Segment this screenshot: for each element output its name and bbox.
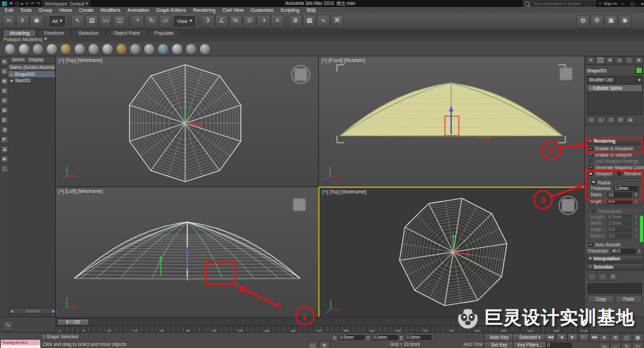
material-editor-icon[interactable]: ◍ bbox=[576, 15, 590, 28]
maxscript-mini-listener[interactable]: Testing for AL2 bbox=[0, 339, 41, 348]
select-rotate-icon[interactable]: ↻ bbox=[145, 15, 158, 28]
select-move-icon[interactable]: + bbox=[131, 15, 144, 28]
stack-item-editable-spline[interactable]: ○ Editable Spline bbox=[588, 85, 642, 91]
zoom-extents-icon[interactable]: ◱ bbox=[621, 333, 632, 342]
vertex-icon[interactable]: ∴ bbox=[588, 273, 597, 280]
select-object-icon[interactable]: ↖ bbox=[71, 15, 84, 28]
remove-modifier-icon[interactable]: ⊘ bbox=[616, 116, 625, 124]
spinner-arrows-icon[interactable]: ▴▾ bbox=[633, 191, 639, 198]
side-toolbar-icon-11[interactable]: ▣ bbox=[1, 155, 8, 163]
primitive-teapot-icon[interactable] bbox=[60, 43, 72, 55]
select-link-icon[interactable]: ∞ bbox=[2, 15, 15, 28]
scrollbar-thumb[interactable] bbox=[26, 310, 40, 313]
offset-mode-icon[interactable]: ⊞ bbox=[319, 341, 330, 348]
window-crossing-icon[interactable]: ◫ bbox=[113, 15, 126, 28]
app-menu-icon[interactable]: ▼ bbox=[9, 1, 13, 6]
z-coordinate-input[interactable]: 0.0mm bbox=[405, 334, 432, 341]
workspace-dropdown[interactable]: Workspace: Default ▾ bbox=[42, 0, 91, 7]
spinner-arrows-icon[interactable]: ▴▾ bbox=[633, 226, 639, 232]
zoom-icon[interactable]: ⊕ bbox=[599, 333, 610, 342]
previous-frame-icon[interactable]: ◀ bbox=[556, 333, 567, 342]
menu-modifiers[interactable]: Modifiers bbox=[97, 8, 123, 13]
menu-animation[interactable]: Animation bbox=[124, 8, 152, 13]
ribbon-tab-modeling[interactable]: Modeling bbox=[3, 29, 36, 36]
angle-spinner[interactable]: 0.0▴▾ bbox=[606, 198, 639, 204]
bind-to-spacewarp-icon[interactable]: ◉ bbox=[30, 15, 43, 28]
side-toolbar-icon-12[interactable]: ▢ bbox=[1, 165, 8, 173]
spinner-arrows-icon[interactable]: ▴▾ bbox=[639, 185, 642, 191]
side-toolbar-icon-10[interactable]: ◪ bbox=[1, 145, 8, 153]
open-file-icon[interactable]: ▸ bbox=[22, 1, 24, 6]
menu-edit[interactable]: Edit bbox=[1, 8, 17, 13]
spinner-arrows-icon[interactable]: ▴▾ bbox=[633, 214, 639, 220]
configure-modifier-sets-icon[interactable]: ⊞ bbox=[626, 116, 635, 124]
viewport-front[interactable]: [+] [Front] [Realistic] bbox=[318, 56, 586, 188]
minimize-button[interactable]: ─ bbox=[619, 1, 627, 6]
undo-icon[interactable]: ↶ bbox=[31, 1, 34, 6]
close-button[interactable]: ✕ bbox=[638, 1, 644, 6]
spline-icon[interactable]: S bbox=[608, 273, 618, 280]
circle-tool-icon[interactable] bbox=[199, 43, 211, 55]
favorites-star-icon[interactable]: ☆ bbox=[598, 1, 602, 6]
unlink-selection-icon[interactable]: ≠ bbox=[16, 15, 29, 28]
side-toolbar-icon-3[interactable]: ▦ bbox=[1, 77, 8, 85]
interpolation-rollout-header[interactable]: +Interpolation bbox=[586, 255, 643, 262]
rectangular-radio[interactable] bbox=[590, 208, 597, 214]
make-unique-icon[interactable]: ≡ bbox=[606, 116, 615, 124]
viewport-top-label[interactable]: [+] [Top] [Wireframe] bbox=[58, 58, 102, 63]
align-icon[interactable]: ≡ bbox=[271, 15, 284, 28]
viewport-radio[interactable] bbox=[588, 171, 594, 177]
panel-scrollbar-thumb[interactable] bbox=[640, 216, 643, 242]
render-production-icon[interactable]: ◉ bbox=[618, 15, 631, 28]
menu-graph-editors[interactable]: Graph Editors bbox=[152, 8, 189, 13]
redo-icon[interactable]: ↷ bbox=[36, 1, 40, 6]
primitive-patch-icon[interactable] bbox=[143, 43, 155, 55]
viewport-left-label[interactable]: [+] [Left] [Wireframe] bbox=[58, 189, 103, 193]
explorer-menu-display[interactable]: Display bbox=[27, 57, 45, 62]
menu-group[interactable]: Group bbox=[35, 8, 55, 13]
thickness-spinner[interactable]: 1.0mm▴▾ bbox=[613, 186, 642, 191]
copy-button[interactable]: Copy bbox=[588, 295, 614, 303]
threshold-spinner[interactable]: 40.0▴▾ bbox=[610, 248, 643, 254]
ribbon-toggle-icon[interactable]: ▦ bbox=[303, 15, 316, 28]
menu-tools[interactable]: Tools bbox=[17, 8, 35, 13]
selection-filter-dropdown[interactable]: All▾ bbox=[49, 16, 65, 26]
sides-spinner[interactable]: 12▴▾ bbox=[606, 192, 639, 198]
hierarchy-tab-icon[interactable]: ⊞ bbox=[606, 56, 615, 64]
primitive-tube-icon[interactable] bbox=[102, 43, 113, 55]
x-coordinate-input[interactable]: 0.0mm bbox=[338, 334, 366, 341]
enable-in-renderer-checkbox[interactable]: ✓ bbox=[588, 145, 594, 152]
primitive-torus-icon[interactable] bbox=[46, 43, 58, 55]
motion-tab-icon[interactable]: ◎ bbox=[615, 56, 624, 64]
object-name[interactable]: Shape001 bbox=[587, 68, 607, 73]
ribbon-tab-object-paint[interactable]: Object Paint bbox=[107, 29, 147, 36]
primitive-geosphere-icon[interactable] bbox=[88, 43, 100, 55]
explorer-horizontal-scrollbar[interactable]: ◀ ▶ bbox=[9, 308, 56, 314]
next-frame-icon[interactable]: ▷ bbox=[579, 333, 589, 342]
rendering-rollout-header[interactable]: −Rendering bbox=[586, 137, 643, 145]
go-to-start-icon[interactable]: ◀◀ bbox=[545, 333, 556, 342]
object-color-swatch[interactable] bbox=[636, 67, 643, 74]
pan-icon[interactable]: ↔ bbox=[610, 342, 621, 348]
primitive-pyramid-icon[interactable] bbox=[116, 43, 127, 55]
schematic-view-icon[interactable]: ⌘ bbox=[331, 15, 344, 28]
arc-tool-icon[interactable] bbox=[185, 43, 197, 55]
spinner-arrows-icon[interactable]: ▴▾ bbox=[633, 198, 639, 204]
viewport-left[interactable]: [+] [Left] [Wireframe] bbox=[55, 187, 320, 318]
zoom-all-icon[interactable]: ⊞ bbox=[610, 333, 621, 342]
spinner-snap-icon[interactable]: ⊙ bbox=[243, 15, 256, 28]
zoom-extents-all-icon[interactable]: ▦ bbox=[632, 333, 643, 342]
spinner-arrows-icon[interactable]: ▴▾ bbox=[636, 248, 643, 254]
app-logo-icon[interactable] bbox=[2, 1, 7, 6]
side-toolbar-icon-9[interactable]: ◩ bbox=[1, 136, 8, 143]
menu-scripting[interactable]: Scripting bbox=[277, 8, 303, 13]
side-toolbar-icon-1[interactable]: ▤ bbox=[1, 58, 8, 65]
orbit-icon[interactable]: ↻ bbox=[621, 342, 632, 348]
auto-smooth-checkbox[interactable]: ✓ bbox=[588, 242, 594, 248]
ribbon-tab-populate[interactable]: Populate bbox=[148, 29, 181, 36]
selection-rollout-header[interactable]: −Selection bbox=[586, 263, 643, 271]
width-spinner[interactable]: 2.0mm▴▾ bbox=[606, 221, 639, 226]
layer-manager-icon[interactable]: ≣ bbox=[289, 15, 302, 28]
explorer-menu-select[interactable]: Select bbox=[10, 57, 26, 62]
isolate-selection-icon[interactable]: ◱ bbox=[307, 341, 318, 348]
